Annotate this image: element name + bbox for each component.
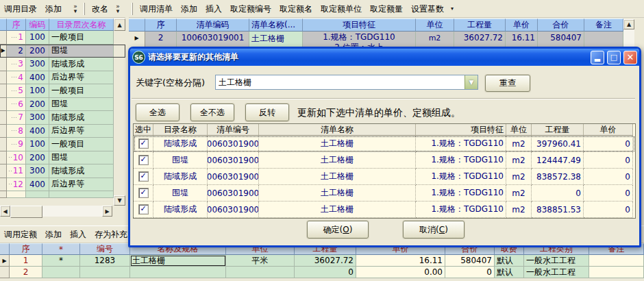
column-header-list-code[interactable]: 清单编码 — [177, 19, 249, 32]
candidate-row[interactable]: ✓ 围堤 100603019001 土工格栅 1.规格：TGDG110 m2 0… — [134, 185, 635, 201]
toolbar-overflow-button[interactable]: » ▾ — [70, 2, 81, 16]
candidate-price: 0 — [584, 201, 633, 218]
candidate-row[interactable]: ✓ 陆域形成 100603019001 土工格栅 1.规格：TGDG110 m2… — [134, 201, 635, 218]
candidate-row[interactable]: ✓ 陆域形成 100603019001 土工格栅 1.规格：TGDG110 m2… — [134, 136, 635, 152]
column-header-price[interactable]: 单价 — [584, 124, 633, 136]
scroll-left-button[interactable]: ◀ — [0, 206, 10, 217]
quota-name-selected-cell[interactable]: 土工格栅 — [130, 255, 226, 267]
catalog-add-button[interactable]: 添加 — [41, 2, 66, 16]
column-header-code[interactable]: 编号 — [80, 243, 130, 255]
column-header-feature[interactable]: 项目特征 — [303, 19, 416, 32]
chevron-down-icon[interactable]: ▾ — [448, 5, 456, 12]
close-button[interactable]: ✕ — [623, 51, 637, 64]
column-header-list-name[interactable]: 清单名称 — [259, 124, 416, 136]
invert-selection-button[interactable]: 反转 — [245, 103, 289, 121]
tree-seq: 5 — [7, 84, 26, 98]
column-header-price[interactable]: 单价 — [506, 19, 538, 32]
checkbox-check-icon: ✓ — [138, 188, 149, 198]
toolbar-overflow-button[interactable]: » ▾ — [112, 2, 123, 16]
tree-row[interactable]: 1100一般项目 — [0, 31, 125, 45]
tree-row[interactable]: 5100一般项目 — [0, 84, 125, 98]
column-header-seq[interactable]: 序 — [145, 19, 177, 32]
get-quota-code-button[interactable]: 取定额编号 — [226, 2, 275, 16]
maximize-button[interactable]: □ — [607, 51, 621, 64]
vertical-scrollbar[interactable]: ▲ — [623, 19, 634, 48]
row-checkbox[interactable]: ✓ — [134, 201, 153, 218]
row-checkbox[interactable]: ✓ — [134, 169, 153, 185]
select-all-button[interactable]: 全选 — [136, 103, 179, 121]
scroll-up-button[interactable]: ▲ — [114, 19, 125, 31]
row-checkbox[interactable]: ✓ — [134, 185, 153, 201]
candidate-qty: 838851.53 — [532, 201, 584, 218]
column-header-qty[interactable]: 工程量 — [454, 19, 506, 32]
candidate-dir: 陆域形成 — [153, 136, 208, 152]
cancel-button[interactable]: 取消(C) — [403, 221, 465, 239]
tree-row[interactable]: 9100一般项目 — [0, 138, 125, 151]
column-header-unit[interactable]: 单位 — [416, 19, 454, 32]
list-insert-button[interactable]: 插入 — [201, 2, 226, 16]
column-header-list-name[interactable]: 清单名称(... — [249, 19, 303, 32]
column-header-unit[interactable]: 单位 — [506, 124, 532, 136]
tree-row[interactable]: 12400后边界等 — [0, 178, 125, 192]
set-base-button[interactable]: 设置基数 — [407, 2, 448, 16]
minimize-button[interactable]: ▬ — [591, 51, 604, 64]
row-checkbox[interactable]: ✓ — [134, 152, 153, 169]
tree-seq: 2 — [7, 45, 26, 58]
row-indicator — [0, 151, 7, 165]
column-header-qty[interactable]: 工程量 — [532, 124, 584, 136]
quota-row[interactable]: ▶ 1 * 1283 土工格栅 平米 36027.72 16.11 580407… — [0, 255, 644, 267]
keyword-input[interactable] — [216, 75, 465, 89]
tree-row[interactable]: 6200围堤 — [0, 98, 125, 112]
dialog-titlebar[interactable]: S6 请选择要更新的其他清单 ▬ □ ✕ — [130, 49, 639, 66]
keyword-combobox[interactable]: ▼ — [215, 75, 478, 90]
list-add-button[interactable]: 添加 — [177, 2, 201, 16]
horizontal-scrollbar[interactable]: ◀ ▶ — [0, 206, 112, 217]
menu-list[interactable]: 调用清单 — [136, 2, 177, 16]
scroll-down-button[interactable]: ▼ — [114, 195, 125, 206]
column-header-checked[interactable]: 选中 — [134, 124, 153, 136]
tree-row[interactable]: 3300陆域形成 — [0, 58, 125, 71]
column-header-feature[interactable]: 项目特征 — [416, 124, 506, 136]
scroll-right-button[interactable]: ▶ — [102, 206, 112, 217]
requery-button[interactable]: 重查 — [485, 75, 530, 92]
column-header-code[interactable]: 编码 — [26, 19, 49, 31]
tree-row[interactable]: 8400后边界等 — [0, 125, 125, 138]
tree-row[interactable]: 11300陆域形成 — [0, 164, 125, 178]
column-header-dir-name[interactable]: 目录名称 — [153, 124, 208, 136]
tree-row-selected[interactable]: ▶2200围堤 — [0, 45, 125, 58]
candidate-price: 0 — [584, 152, 633, 169]
quota-row[interactable]: 2 0 0.00 0 默认 一般水工工程 — [0, 267, 644, 278]
column-header-seq[interactable]: 序 — [7, 19, 26, 31]
combo-dropdown-button[interactable]: ▼ — [465, 75, 478, 89]
get-quota-unit-button[interactable]: 取定额单位 — [317, 2, 366, 16]
quota-insert-button[interactable]: 插入 — [66, 228, 90, 241]
triangle-left-icon: ◀ — [3, 208, 7, 215]
save-as-supplement-button[interactable]: 存为补充 — [90, 228, 132, 241]
column-header-seq[interactable]: 序 — [10, 243, 42, 255]
chevron-down-icon: ▾ — [74, 9, 77, 14]
menu-catalog[interactable]: 调用目录 — [0, 2, 41, 16]
get-quota-name-button[interactable]: 取定额名 — [275, 2, 317, 16]
quota-add-button[interactable]: 添加 — [41, 228, 66, 241]
column-header-total[interactable]: 合价 — [538, 19, 584, 32]
column-header-list-code[interactable]: 清单编号 — [208, 124, 259, 136]
get-quota-qty-button[interactable]: 取定额量 — [366, 2, 407, 16]
column-header-note[interactable]: 备注 — [584, 19, 623, 32]
rename-button[interactable]: 改名 — [88, 2, 112, 16]
column-header-star[interactable]: * — [42, 243, 80, 255]
select-none-button[interactable]: 全不选 — [190, 103, 234, 121]
quota-price: 0.00 — [356, 267, 445, 278]
candidate-row[interactable]: ✓ 陆域形成 100603019001 土工格栅 1.规格：TGDG110 m2… — [134, 169, 635, 185]
tree-row[interactable]: 10200围堤 — [0, 151, 125, 165]
dialog-title: 请选择要更新的其他清单 — [148, 51, 588, 63]
candidate-row[interactable]: ✓ 围堤 100603019001 土工格栅 1.规格：TGDG110 m2 1… — [134, 152, 635, 169]
ok-button[interactable]: 确定(O) — [307, 221, 369, 239]
tree-row[interactable]: 4400后边界等 — [0, 71, 125, 85]
menu-quota[interactable]: 调用定额 — [0, 228, 41, 241]
row-checkbox[interactable]: ✓ — [134, 136, 153, 152]
tree-row[interactable]: 7300陆域形成 — [0, 111, 125, 125]
scroll-up-button[interactable]: ▲ — [623, 19, 634, 29]
feature-line1: 1.规格：TGDG110 — [305, 32, 413, 42]
scrollbar-thumb[interactable] — [10, 206, 42, 218]
column-header-name[interactable]: 目录层次名称 — [49, 19, 114, 31]
